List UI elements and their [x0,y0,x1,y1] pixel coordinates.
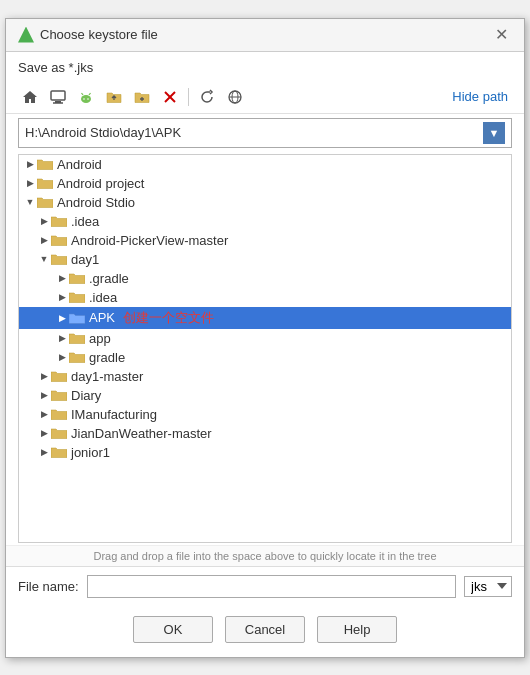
tree-item-app[interactable]: ▶app [19,329,511,348]
save-as-label: Save as *.jks [6,52,524,81]
computer-button[interactable] [46,85,70,109]
tree-label-idea2: .idea [89,290,117,305]
expand-arrow-android-stdio: ▼ [23,197,37,207]
new-folder-button[interactable] [130,85,154,109]
expand-arrow-gradle2: ▶ [55,352,69,362]
tree-label-diary: Diary [71,388,101,403]
drag-hint: Drag and drop a file into the space abov… [6,545,524,566]
tree-label-jiandanweather: JianDanWeather-master [71,426,212,441]
expand-arrow-gradle: ▶ [55,273,69,283]
folder-up-button[interactable] [102,85,126,109]
tree-label-day1: day1 [71,252,99,267]
tree-label-apk: APK [89,310,115,325]
button-row: OK Cancel Help [6,606,524,657]
path-dropdown-icon: ▼ [489,127,500,139]
toolbar: Hide path [6,81,524,114]
tree-item-day1[interactable]: ▼day1 [19,250,511,269]
tree-label-day1-master: day1-master [71,369,143,384]
tree-label-jonior1: jonior1 [71,445,110,460]
expand-arrow-app: ▶ [55,333,69,343]
tree-label-android-project: Android project [57,176,144,191]
tree-item-apk[interactable]: ▶APK创建一个空文件 [19,307,511,329]
file-name-row: File name: jks bks p12 [6,566,524,606]
close-button[interactable]: ✕ [491,27,512,43]
expand-arrow-diary: ▶ [37,390,51,400]
delete-icon [162,89,178,105]
new-folder-icon [134,89,150,105]
tree-item-jonior1[interactable]: ▶jonior1 [19,443,511,462]
folder-icon-android [37,158,53,170]
tree-label-android-pickerview: Android-PickerView-master [71,233,228,248]
file-name-input[interactable] [87,575,456,598]
tree-item-idea2[interactable]: ▶.idea [19,288,511,307]
expand-arrow-day1: ▼ [37,254,51,264]
computer-icon [50,89,66,105]
hide-path-button[interactable]: Hide path [448,87,512,106]
tree-item-gradle[interactable]: ▶.gradle [19,269,511,288]
delete-button[interactable] [158,85,182,109]
expand-arrow-apk: ▶ [55,313,69,323]
svg-rect-0 [51,91,65,100]
svg-point-4 [83,98,85,100]
expand-arrow-android-pickerview: ▶ [37,235,51,245]
expand-arrow-jonior1: ▶ [37,447,51,457]
network-button[interactable] [223,85,247,109]
file-name-label: File name: [18,579,79,594]
expand-arrow-idea2: ▶ [55,292,69,302]
folder-icon-imanufacturing [51,408,67,420]
path-dropdown-button[interactable]: ▼ [483,122,505,144]
expand-arrow-android-project: ▶ [23,178,37,188]
title-bar-left: Choose keystore file [18,27,158,43]
folder-icon-gradle2 [69,351,85,363]
expand-arrow-jiandanweather: ▶ [37,428,51,438]
dialog-title: Choose keystore file [40,27,158,42]
tree-label-android-stdio: Android Stdio [57,195,135,210]
help-button[interactable]: Help [317,616,397,643]
home-icon [22,89,38,105]
folder-icon-apk [69,312,85,324]
extension-select[interactable]: jks bks p12 [464,576,512,597]
folder-icon-app [69,332,85,344]
tree-label-gradle2: gradle [89,350,125,365]
tree-item-android-pickerview[interactable]: ▶Android-PickerView-master [19,231,511,250]
tree-label-imanufacturing: IManufacturing [71,407,157,422]
tree-label-android: Android [57,157,102,172]
folder-up-icon [106,89,122,105]
expand-arrow-imanufacturing: ▶ [37,409,51,419]
tree-item-jiandanweather[interactable]: ▶JianDanWeather-master [19,424,511,443]
title-bar: Choose keystore file ✕ [6,19,524,52]
tree-item-idea[interactable]: ▶.idea [19,212,511,231]
android-button[interactable] [74,85,98,109]
tree-item-android[interactable]: ▶Android [19,155,511,174]
network-icon [227,89,243,105]
path-bar: H:\Android Stdio\day1\APK ▼ [18,118,512,148]
file-tree[interactable]: ▶Android▶Android project▼Android Stdio▶.… [18,154,512,543]
svg-line-6 [82,93,84,95]
expand-arrow-day1-master: ▶ [37,371,51,381]
svg-point-5 [87,98,89,100]
folder-icon-jonior1 [51,446,67,458]
folder-icon-diary [51,389,67,401]
ok-button[interactable]: OK [133,616,213,643]
tree-label-app: app [89,331,111,346]
tree-item-gradle2[interactable]: ▶gradle [19,348,511,367]
expand-arrow-android: ▶ [23,159,37,169]
folder-icon-idea [51,215,67,227]
tree-item-diary[interactable]: ▶Diary [19,386,511,405]
tree-item-android-project[interactable]: ▶Android project [19,174,511,193]
folder-icon-idea2 [69,291,85,303]
folder-icon-day1 [51,253,67,265]
folder-icon-gradle [69,272,85,284]
folder-icon-jiandanweather [51,427,67,439]
refresh-button[interactable] [195,85,219,109]
tree-label-idea: .idea [71,214,99,229]
create-empty-badge: 创建一个空文件 [123,309,214,327]
tree-item-day1-master[interactable]: ▶day1-master [19,367,511,386]
home-button[interactable] [18,85,42,109]
cancel-button[interactable]: Cancel [225,616,305,643]
expand-arrow-idea: ▶ [37,216,51,226]
tree-item-android-stdio[interactable]: ▼Android Stdio [19,193,511,212]
android-toolbar-icon [78,89,94,105]
tree-item-imanufacturing[interactable]: ▶IManufacturing [19,405,511,424]
android-title-icon [18,27,34,43]
